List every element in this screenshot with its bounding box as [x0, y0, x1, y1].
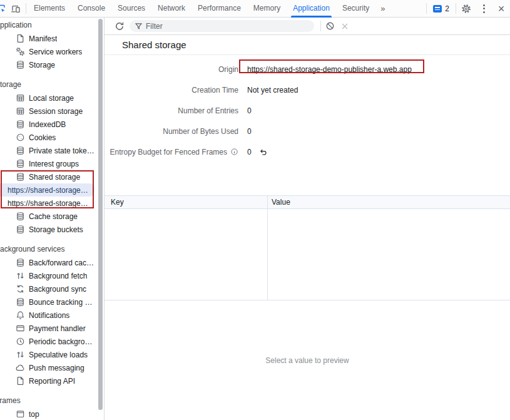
- sidebar-item-reporting-api[interactable]: Reporting API: [0, 374, 94, 387]
- sidebar-item-label: https://shared-storage…: [8, 186, 88, 195]
- sidebar-item-label: Session storage: [29, 107, 83, 116]
- block-icon[interactable]: [322, 18, 337, 35]
- sidebar-item-payment-handler[interactable]: Payment handler: [0, 322, 94, 335]
- metadata-label: Number of Entries: [105, 106, 238, 115]
- metadata-value-text: 0: [247, 148, 252, 156]
- sidebar-item-service-workers[interactable]: Service workers: [0, 45, 94, 58]
- sidebar-item-top[interactable]: top: [0, 407, 94, 420]
- device-toolbar-icon[interactable]: [7, 0, 24, 18]
- more-tabs-button[interactable]: »: [375, 0, 390, 17]
- table-body[interactable]: [105, 209, 510, 300]
- sidebar-item-https-shared-storage[interactable]: https://shared-storage…: [0, 197, 94, 210]
- database-icon: [15, 60, 25, 70]
- sidebar-item-interest-groups[interactable]: Interest groups: [0, 157, 94, 170]
- sidebar-item-label: Shared storage: [29, 173, 80, 182]
- sidebar-item-https-shared-storage[interactable]: https://shared-storage…: [0, 183, 94, 197]
- inspect-icon[interactable]: [0, 2, 7, 16]
- devtools-tabs: ElementsConsoleSourcesNetworkPerformance…: [28, 0, 375, 18]
- section-header-application: Application: [0, 19, 104, 32]
- table-header: Key Value: [105, 195, 510, 209]
- grid-icon: [15, 106, 25, 116]
- metadata-label-text: Number of Bytes Used: [163, 127, 238, 136]
- tab-network[interactable]: Network: [151, 0, 191, 18]
- sidebar-content: ApplicationManifestService workersStorag…: [0, 18, 104, 420]
- sidebar-item-label: Cache storage: [29, 212, 78, 221]
- sidebar-item-bounce-tracking-miti[interactable]: Bounce tracking miti…: [0, 295, 94, 309]
- tab-elements[interactable]: Elements: [28, 0, 71, 18]
- metadata-label-text: Creation Time: [191, 86, 238, 95]
- sidebar-item-storage-buckets[interactable]: Storage buckets: [0, 223, 94, 236]
- up-down-arrows-icon: [15, 350, 25, 360]
- devtools-window: ElementsConsoleSourcesNetworkPerformance…: [0, 0, 510, 420]
- tab-security[interactable]: Security: [336, 0, 375, 18]
- sidebar-item-manifest[interactable]: Manifest: [0, 32, 94, 45]
- settings-gear-icon[interactable]: [457, 0, 475, 18]
- refresh-icon[interactable]: [112, 18, 127, 35]
- close-devtools-icon[interactable]: ×: [492, 0, 510, 18]
- page-title: Shared storage: [105, 35, 510, 55]
- metadata-label-text: Number of Entries: [178, 106, 238, 115]
- sidebar-item-label: IndexedDB: [29, 120, 66, 129]
- cookie-icon: [15, 133, 25, 143]
- section-header-background-services: Background services: [0, 243, 104, 256]
- tab-console[interactable]: Console: [71, 0, 111, 18]
- sidebar-item-label: https://shared-storage…: [8, 199, 88, 208]
- metadata-value-text: 0: [247, 127, 252, 136]
- sidebar-item-private-state-tokens[interactable]: Private state tokens: [0, 144, 94, 157]
- metadata-view: Originhttps://shared-storage-demo-publis…: [105, 59, 510, 162]
- filter-input[interactable]: [146, 22, 309, 31]
- sidebar-item-label: Payment handler: [29, 324, 86, 333]
- up-down-arrows-icon: [15, 271, 25, 281]
- grid-icon: [15, 93, 25, 103]
- sidebar-scrollbar[interactable]: [98, 18, 103, 420]
- sidebar-item-periodic-backgroun[interactable]: Periodic backgroun…: [0, 335, 94, 348]
- database-icon: [15, 297, 25, 307]
- scrollbar-thumb[interactable]: [98, 19, 103, 410]
- tab-memory[interactable]: Memory: [247, 0, 287, 18]
- divider: [320, 21, 321, 31]
- application-sidebar: ApplicationManifestService workersStorag…: [0, 18, 105, 420]
- sidebar-item-label: Background fetch: [29, 272, 87, 280]
- tab-performance[interactable]: Performance: [191, 0, 247, 18]
- sidebar-item-storage[interactable]: Storage: [0, 58, 94, 71]
- console-message-icon: [433, 5, 442, 13]
- more-menu-icon[interactable]: [475, 0, 492, 18]
- info-icon[interactable]: [230, 148, 238, 156]
- metadata-row-number-of-bytes-used: Number of Bytes Used0: [105, 121, 510, 141]
- sidebar-item-cookies[interactable]: Cookies: [0, 131, 94, 144]
- file-icon: [15, 376, 25, 386]
- clear-icon[interactable]: [337, 18, 352, 35]
- tab-application[interactable]: Application: [287, 0, 336, 18]
- reset-budget-icon[interactable]: [259, 148, 268, 156]
- sidebar-item-cache-storage[interactable]: Cache storage: [0, 210, 94, 223]
- column-header-value[interactable]: Value: [267, 196, 510, 208]
- sidebar-item-indexeddb[interactable]: IndexedDB: [0, 118, 94, 131]
- metadata-value-text: Not yet created: [247, 86, 298, 95]
- preview-pane: Select a value to preview: [105, 300, 510, 420]
- sidebar-item-local-storage[interactable]: Local storage: [0, 91, 94, 105]
- sidebar-item-notifications[interactable]: Notifications: [0, 309, 94, 322]
- sidebar-item-background-fetch[interactable]: Background fetch: [0, 269, 94, 282]
- sidebar-item-label: Reporting API: [29, 377, 75, 386]
- sidebar-item-speculative-loads[interactable]: Speculative loads: [0, 348, 94, 361]
- sidebar-item-shared-storage[interactable]: Shared storage: [0, 170, 94, 183]
- metadata-row-creation-time: Creation TimeNot yet created: [105, 79, 510, 100]
- shared-storage-panel: Shared storage Originhttps://shared-stor…: [105, 18, 510, 420]
- sidebar-item-background-sync[interactable]: Background sync: [0, 282, 94, 295]
- metadata-label-text: Entropy Budget for Fenced Frames: [110, 148, 227, 156]
- column-header-key[interactable]: Key: [105, 198, 267, 207]
- sidebar-item-label: top: [29, 410, 39, 419]
- sidebar-item-session-storage[interactable]: Session storage: [0, 105, 94, 118]
- divider: [456, 3, 456, 14]
- sidebar-item-label: Background sync: [29, 285, 86, 294]
- tab-sources[interactable]: Sources: [111, 0, 151, 18]
- sidebar-item-label: Local storage: [29, 94, 74, 103]
- metadata-label: Number of Bytes Used: [105, 127, 238, 136]
- metadata-value: 0: [247, 106, 252, 115]
- sidebar-section-storage: StorageLocal storageSession storageIndex…: [0, 78, 104, 236]
- metadata-row-entropy-budget-for-fenced-frames: Entropy Budget for Fenced Frames0: [105, 141, 510, 162]
- console-messages-button[interactable]: 2: [428, 4, 454, 13]
- sidebar-item-push-messaging[interactable]: Push messaging: [0, 361, 94, 374]
- sidebar-item-back-forward-cache[interactable]: Back/forward cache: [0, 256, 94, 269]
- database-icon: [15, 172, 25, 182]
